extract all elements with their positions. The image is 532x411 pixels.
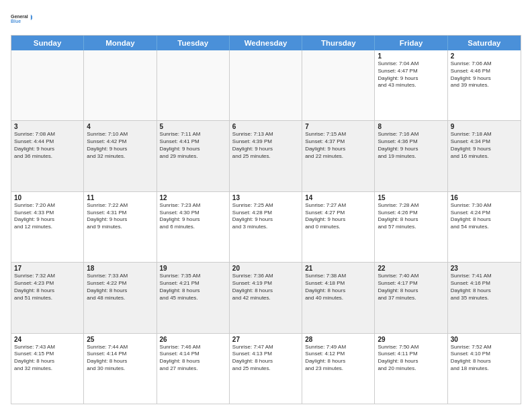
cal-cell: 24Sunrise: 7:43 AM Sunset: 4:15 PM Dayli… [11,334,84,404]
cal-cell: 28Sunrise: 7:49 AM Sunset: 4:12 PM Dayli… [302,334,375,404]
cal-cell: 8Sunrise: 7:16 AM Sunset: 4:36 PM Daylig… [375,121,447,191]
day-info: Sunrise: 7:46 AM Sunset: 4:14 PM Dayligh… [160,344,226,373]
day-number: 16 [451,194,518,201]
day-number: 15 [378,194,444,201]
cal-header-saturday: Saturday [448,36,521,50]
cal-cell: 6Sunrise: 7:13 AM Sunset: 4:39 PM Daylig… [230,121,302,191]
calendar: SundayMondayTuesdayWednesdayThursdayFrid… [11,35,521,404]
day-info: Sunrise: 7:08 AM Sunset: 4:44 PM Dayligh… [14,131,81,160]
day-number: 30 [451,336,518,343]
cal-cell: 12Sunrise: 7:23 AM Sunset: 4:30 PM Dayli… [157,192,230,262]
page: General Blue SundayMondayTuesdayWednesda… [0,0,532,411]
cal-header-tuesday: Tuesday [157,36,230,50]
cal-week-3: 10Sunrise: 7:20 AM Sunset: 4:33 PM Dayli… [11,192,521,263]
day-number: 17 [14,265,81,272]
cal-cell: 14Sunrise: 7:27 AM Sunset: 4:27 PM Dayli… [302,192,375,262]
cal-cell: 25Sunrise: 7:44 AM Sunset: 4:14 PM Dayli… [84,334,157,404]
cal-cell: 22Sunrise: 7:40 AM Sunset: 4:17 PM Dayli… [375,263,447,332]
cal-header-thursday: Thursday [302,36,375,50]
cal-cell [11,50,84,120]
cal-cell: 2Sunrise: 7:06 AM Sunset: 4:46 PM Daylig… [448,50,521,120]
day-number: 10 [14,194,81,201]
day-number: 6 [232,123,299,130]
day-number: 4 [87,123,153,130]
day-number: 11 [87,194,153,201]
day-info: Sunrise: 7:33 AM Sunset: 4:22 PM Dayligh… [87,273,153,302]
day-info: Sunrise: 7:22 AM Sunset: 4:31 PM Dayligh… [87,202,153,231]
cal-header-friday: Friday [375,36,447,50]
cal-cell: 26Sunrise: 7:46 AM Sunset: 4:14 PM Dayli… [157,334,230,404]
day-info: Sunrise: 7:13 AM Sunset: 4:39 PM Dayligh… [232,131,299,160]
cal-cell: 11Sunrise: 7:22 AM Sunset: 4:31 PM Dayli… [84,192,157,262]
cal-cell [230,50,302,120]
day-info: Sunrise: 7:23 AM Sunset: 4:30 PM Dayligh… [160,202,226,231]
day-info: Sunrise: 7:35 AM Sunset: 4:21 PM Dayligh… [160,273,226,302]
day-info: Sunrise: 7:41 AM Sunset: 4:16 PM Dayligh… [451,273,518,302]
day-number: 5 [160,123,226,130]
cal-cell: 21Sunrise: 7:38 AM Sunset: 4:18 PM Dayli… [302,263,375,332]
day-info: Sunrise: 7:28 AM Sunset: 4:26 PM Dayligh… [378,202,444,231]
day-number: 22 [378,265,444,272]
day-info: Sunrise: 7:30 AM Sunset: 4:24 PM Dayligh… [451,202,518,231]
day-number: 29 [378,336,444,343]
cal-cell: 15Sunrise: 7:28 AM Sunset: 4:26 PM Dayli… [375,192,447,262]
cal-cell: 4Sunrise: 7:10 AM Sunset: 4:42 PM Daylig… [84,121,157,191]
cal-week-4: 17Sunrise: 7:32 AM Sunset: 4:23 PM Dayli… [11,263,521,333]
cal-week-5: 24Sunrise: 7:43 AM Sunset: 4:15 PM Dayli… [11,334,521,404]
svg-marker-2 [31,15,32,21]
day-number: 14 [305,194,371,201]
cal-week-2: 3Sunrise: 7:08 AM Sunset: 4:44 PM Daylig… [11,121,521,191]
day-info: Sunrise: 7:16 AM Sunset: 4:36 PM Dayligh… [378,131,444,160]
svg-text:General: General [11,14,28,19]
cal-cell: 19Sunrise: 7:35 AM Sunset: 4:21 PM Dayli… [157,263,230,332]
day-number: 25 [87,336,153,343]
day-number: 23 [451,265,518,272]
cal-cell: 16Sunrise: 7:30 AM Sunset: 4:24 PM Dayli… [448,192,521,262]
cal-cell: 7Sunrise: 7:15 AM Sunset: 4:37 PM Daylig… [302,121,375,191]
cal-header-monday: Monday [84,36,157,50]
day-number: 19 [160,265,226,272]
cal-week-1: 1Sunrise: 7:04 AM Sunset: 4:47 PM Daylig… [11,50,521,121]
day-info: Sunrise: 7:44 AM Sunset: 4:14 PM Dayligh… [87,344,153,373]
cal-cell: 5Sunrise: 7:11 AM Sunset: 4:41 PM Daylig… [157,121,230,191]
day-info: Sunrise: 7:32 AM Sunset: 4:23 PM Dayligh… [14,273,81,302]
day-info: Sunrise: 7:18 AM Sunset: 4:34 PM Dayligh… [451,131,518,160]
day-number: 3 [14,123,81,130]
day-info: Sunrise: 7:43 AM Sunset: 4:15 PM Dayligh… [14,344,81,373]
cal-cell [157,50,230,120]
day-info: Sunrise: 7:15 AM Sunset: 4:37 PM Dayligh… [305,131,371,160]
day-number: 1 [378,52,444,60]
cal-cell: 10Sunrise: 7:20 AM Sunset: 4:33 PM Dayli… [11,192,84,262]
day-info: Sunrise: 7:11 AM Sunset: 4:41 PM Dayligh… [160,131,226,160]
day-info: Sunrise: 7:10 AM Sunset: 4:42 PM Dayligh… [87,131,153,160]
day-number: 27 [232,336,299,343]
cal-cell: 30Sunrise: 7:52 AM Sunset: 4:10 PM Dayli… [448,334,521,404]
day-number: 13 [232,194,299,201]
logo: General Blue [11,8,32,30]
day-info: Sunrise: 7:27 AM Sunset: 4:27 PM Dayligh… [305,202,371,231]
day-number: 7 [305,123,371,130]
cal-cell [302,50,375,120]
day-info: Sunrise: 7:06 AM Sunset: 4:46 PM Dayligh… [451,60,518,89]
day-number: 12 [160,194,226,201]
day-info: Sunrise: 7:52 AM Sunset: 4:10 PM Dayligh… [451,344,518,373]
day-info: Sunrise: 7:25 AM Sunset: 4:28 PM Dayligh… [232,202,299,231]
day-info: Sunrise: 7:50 AM Sunset: 4:11 PM Dayligh… [378,344,444,373]
day-number: 18 [87,265,153,272]
cal-cell: 9Sunrise: 7:18 AM Sunset: 4:34 PM Daylig… [448,121,521,191]
day-number: 9 [451,123,518,130]
svg-text:Blue: Blue [11,19,21,24]
day-number: 2 [451,52,518,60]
cal-cell: 18Sunrise: 7:33 AM Sunset: 4:22 PM Dayli… [84,263,157,332]
day-info: Sunrise: 7:04 AM Sunset: 4:47 PM Dayligh… [378,60,444,89]
cal-header-sunday: Sunday [11,36,84,50]
cal-header-wednesday: Wednesday [230,36,302,50]
day-number: 26 [160,336,226,343]
cal-cell [84,50,157,120]
cal-cell: 13Sunrise: 7:25 AM Sunset: 4:28 PM Dayli… [230,192,302,262]
calendar-body: 1Sunrise: 7:04 AM Sunset: 4:47 PM Daylig… [11,50,521,404]
day-info: Sunrise: 7:49 AM Sunset: 4:12 PM Dayligh… [305,344,371,373]
day-number: 24 [14,336,81,343]
cal-cell: 20Sunrise: 7:36 AM Sunset: 4:19 PM Dayli… [230,263,302,332]
day-info: Sunrise: 7:38 AM Sunset: 4:18 PM Dayligh… [305,273,371,302]
